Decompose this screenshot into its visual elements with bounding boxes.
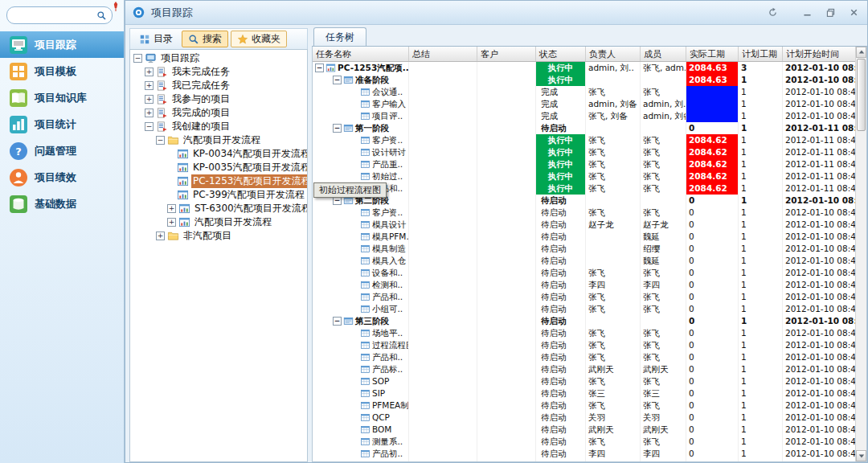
- tree-item[interactable]: +我参与的项目: [130, 92, 307, 106]
- scroll-thumb[interactable]: [857, 59, 866, 131]
- task-row[interactable]: −准备阶段执行中2084.6312012-01-10 08:..: [313, 74, 855, 86]
- pin-icon[interactable]: [110, 1, 121, 12]
- sidebar-search-input[interactable]: [10, 8, 94, 23]
- status-cell: 待启动: [536, 315, 586, 327]
- task-row[interactable]: 设计研讨执行中张飞张飞2084.6212012-01-11 08:45:3: [313, 146, 855, 158]
- vertical-scrollbar[interactable]: [855, 47, 866, 461]
- tree-item-selected[interactable]: PC-1253汽配项目开发流程: [130, 174, 307, 188]
- task-row[interactable]: 模具制造待启动绍缨012012-01-10 08:45:3: [313, 243, 855, 255]
- tree-item[interactable]: +我未完成任务: [130, 65, 307, 79]
- expand-icon[interactable]: +: [145, 68, 154, 76]
- column-header[interactable]: 成员: [641, 47, 686, 61]
- customer-cell: [477, 460, 536, 461]
- collapse-icon[interactable]: −: [133, 54, 142, 63]
- tree-item[interactable]: +ST-6300汽配项目开发流程: [130, 202, 307, 215]
- minimize-button[interactable]: [800, 6, 814, 19]
- expand-icon[interactable]: +: [167, 204, 176, 213]
- column-header[interactable]: 总结: [409, 47, 477, 61]
- task-row[interactable]: 模具入仓待启动魏延012012-01-10 08:45:3: [313, 255, 855, 267]
- task-row[interactable]: 产品和..待启动张飞张飞012012-01-10 08:45:3: [313, 351, 855, 363]
- collapse-icon[interactable]: −: [145, 122, 154, 131]
- tree-item[interactable]: +我完成的项目: [130, 106, 307, 120]
- expand-icon[interactable]: +: [145, 95, 154, 104]
- task-tree-tab[interactable]: 任务树: [313, 27, 366, 46]
- tree-item[interactable]: +汽配项目开发流程: [130, 215, 307, 229]
- column-header[interactable]: 实际工期: [686, 47, 739, 61]
- task-row[interactable]: 产品重..执行中张飞张飞2084.6212012-01-11 08:45:3: [313, 158, 855, 170]
- collapse-icon[interactable]: −: [315, 64, 324, 72]
- sidebar-search-button[interactable]: [94, 9, 108, 22]
- maximize-button[interactable]: [823, 6, 837, 19]
- sidebar-item-templates[interactable]: 项目模板: [0, 58, 124, 84]
- expand-icon[interactable]: +: [156, 232, 165, 240]
- chart-icon: [177, 175, 189, 187]
- task-row[interactable]: 客户资..执行中张飞张飞2084.6212012-01-11 08:45:3: [313, 134, 855, 146]
- tree-item[interactable]: −汽配项目开发流程: [130, 133, 307, 147]
- task-row[interactable]: 产品和..执行中张飞张飞2084.6212012-01-11 08:45:3: [313, 182, 855, 195]
- task-row[interactable]: SIP待启动张三张三012012-01-10 08:45:3: [313, 387, 855, 399]
- tree-item[interactable]: −项目跟踪: [130, 51, 307, 65]
- column-header[interactable]: 客户: [477, 47, 536, 61]
- collapse-icon[interactable]: −: [333, 317, 342, 326]
- task-row[interactable]: −第四阶段待启动012012-01-..: [313, 460, 855, 461]
- task-row[interactable]: 项目评..完成张飞, 刘备admin, 刘备12012-01-10 08:45:…: [313, 110, 855, 122]
- column-header[interactable]: 状态: [536, 47, 586, 61]
- task-row[interactable]: 初始过..执行中张飞张飞2084.6212012-01-11 08:45:3: [313, 170, 855, 182]
- task-row[interactable]: −第二阶段待启动012012-01-10 08:..: [313, 195, 855, 207]
- task-name-cell: SOP: [313, 375, 409, 387]
- collapse-icon[interactable]: −: [156, 136, 165, 145]
- column-header[interactable]: 计划工期: [739, 47, 783, 61]
- column-header[interactable]: 负责人: [586, 47, 641, 61]
- tree-item[interactable]: +我已完成任务: [130, 79, 307, 92]
- scroll-down-button[interactable]: [856, 450, 866, 461]
- collapse-icon[interactable]: −: [333, 76, 342, 84]
- collapse-icon[interactable]: −: [333, 124, 342, 133]
- search-tab-button[interactable]: 搜索: [182, 31, 228, 47]
- tree-item[interactable]: PC-399汽配项目开发流程: [130, 188, 307, 202]
- expand-icon[interactable]: +: [145, 81, 154, 90]
- task-row[interactable]: −第一阶段待启动012012-01-11 08:..: [313, 122, 855, 134]
- close-button[interactable]: [846, 6, 861, 19]
- sidebar-item-basedata[interactable]: 基础数据: [0, 191, 124, 217]
- task-row[interactable]: BOM待启动武刚天武刚天012012-01-10 08:45:3: [313, 424, 855, 436]
- scroll-up-button[interactable]: [856, 47, 866, 58]
- task-row[interactable]: 测量系..待启动张飞张飞012012-01-10 08:45:3: [313, 436, 855, 448]
- task-row[interactable]: 会议通..完成张飞张飞12012-01-10 08:45:3: [313, 86, 855, 98]
- sidebar-item-knowledge[interactable]: 项目知识库: [0, 84, 124, 111]
- task-row[interactable]: 产品和..待启动张飞张飞012012-01-10 08:45:3: [313, 291, 855, 303]
- task-row[interactable]: QCP待启动关羽关羽012012-01-10 08:45:3: [313, 412, 855, 424]
- column-header[interactable]: 计划开始时间: [783, 47, 855, 61]
- task-row[interactable]: −PC-1253汽配项..执行中admin, 刘..张飞, adm..2084.…: [313, 62, 855, 74]
- tree-item[interactable]: KP-0035汽配项目开发流程: [130, 161, 307, 174]
- task-row[interactable]: 产品初..待启动李四李四012012-01-10 08:45:3: [313, 448, 855, 460]
- sidebar-item-performance[interactable]: 项目绩效: [0, 164, 124, 191]
- column-header[interactable]: 任务名称: [313, 47, 409, 61]
- task-row[interactable]: SOP待启动张飞张飞012012-01-10 08:45:3: [313, 375, 855, 387]
- task-row[interactable]: 模具设计待启动赵子龙赵子龙012012-01-10 08:45:3: [313, 219, 855, 231]
- actual-duration-cell: 0: [686, 267, 739, 279]
- task-row[interactable]: 设备和..待启动张飞张飞012012-01-10 08:45:3: [313, 267, 855, 279]
- task-row[interactable]: 产品标..待启动武刚天武刚天012012-01-10 08:45:3: [313, 363, 855, 375]
- task-row[interactable]: 模具PFM..待启动魏延012012-01-10 08:45:3: [313, 231, 855, 243]
- expand-icon[interactable]: +: [167, 218, 176, 227]
- task-row[interactable]: 小组可..待启动张飞张飞012012-01-10 08:45:3: [313, 303, 855, 315]
- tree-item[interactable]: +非汽配项目: [130, 229, 307, 243]
- task-row[interactable]: 客户资..待启动张飞张飞012012-01-10 08:45:3: [313, 207, 855, 219]
- members-cell: [641, 122, 686, 134]
- favorites-tab-button[interactable]: 收藏夹: [231, 31, 287, 47]
- scroll-track[interactable]: [856, 132, 866, 450]
- task-row[interactable]: −第三阶段待启动012012-01-10 08:..: [313, 315, 855, 327]
- tree-item[interactable]: −我创建的项目: [130, 120, 307, 133]
- sidebar-item-tracking[interactable]: 项目跟踪: [0, 31, 124, 58]
- directory-tab-button[interactable]: 目录: [133, 31, 179, 47]
- expand-icon[interactable]: +: [145, 109, 154, 117]
- tree-item[interactable]: KP-0034汽配项目开发流程: [130, 147, 307, 161]
- task-row[interactable]: 过程流程图待启动张飞张飞012012-01-10 08:45:3: [313, 339, 855, 351]
- task-row[interactable]: 检测和..待启动李四李四012012-01-10 08:45:3: [313, 279, 855, 291]
- sidebar-item-stats[interactable]: 项目统计: [0, 111, 124, 137]
- sidebar-item-issues[interactable]: ?问题管理: [0, 137, 124, 164]
- refresh-icon[interactable]: [765, 6, 780, 19]
- task-row[interactable]: 客户输入完成admin, 刘备admin, 刘..12012-01-10 08:…: [313, 98, 855, 110]
- task-row[interactable]: PFMEA制作待启动张飞张飞012012-01-10 08:45:3: [313, 399, 855, 412]
- task-row[interactable]: 场地平..待启动张飞张飞012012-01-10 08:45:3: [313, 327, 855, 339]
